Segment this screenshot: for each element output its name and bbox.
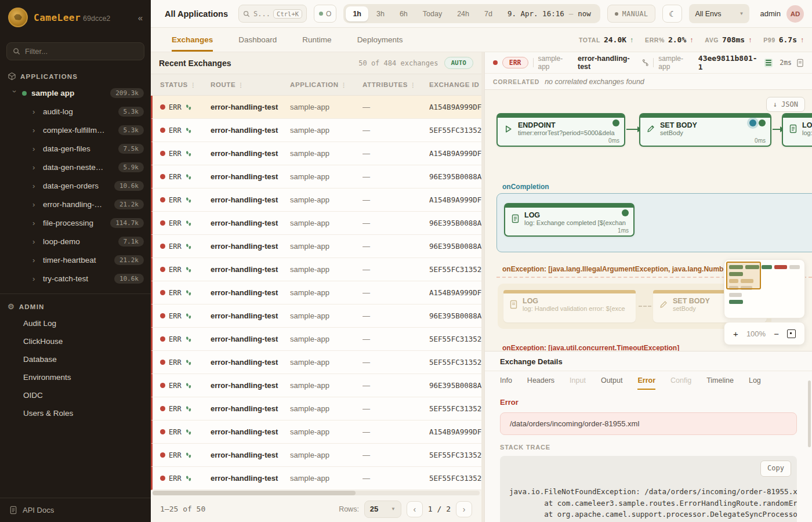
database-icon[interactable]: [764, 59, 773, 67]
time-range-pill[interactable]: 6h: [393, 6, 415, 21]
manual-refresh-button[interactable]: MANUAL: [607, 5, 656, 23]
vertical-scrollbar-thumb[interactable]: [808, 380, 811, 447]
detail-tab[interactable]: Output: [601, 376, 623, 390]
api-docs-link[interactable]: API Docs: [0, 498, 151, 522]
status-cell: ERR: [160, 219, 211, 227]
scrollbar-thumb[interactable]: [153, 491, 356, 495]
zoom-out-button[interactable]: −: [774, 329, 779, 338]
table-title: Recent Exchanges: [159, 59, 231, 68]
flow-node-exception-log[interactable]: LOG log: Handled validation error: ${exc…: [503, 290, 636, 322]
flow-minimap[interactable]: [724, 259, 805, 318]
sidebar-route-item[interactable]: › loop-demo 7.1k: [0, 232, 151, 251]
minimap-viewport[interactable]: [726, 262, 761, 289]
admin-item[interactable]: Users & Roles: [0, 404, 151, 422]
horizontal-scrollbar[interactable]: [151, 490, 481, 496]
sidebar-header: CameLeer69dcce2 «: [0, 0, 151, 34]
prev-page-button[interactable]: ‹: [407, 501, 423, 517]
route-cell: error-handling-test: [211, 427, 290, 436]
time-range-pill[interactable]: 3h: [369, 6, 392, 21]
avatar[interactable]: AD: [786, 5, 804, 23]
sidebar-route-item[interactable]: › data-gen-neste… 5.9k: [0, 158, 151, 176]
table-row[interactable]: ERR error-handling-test sample-app — 96E…: [151, 165, 481, 188]
table-row[interactable]: ERR error-handling-test sample-app — A15…: [151, 420, 481, 444]
admin-item[interactable]: OIDC: [0, 386, 151, 404]
table-row[interactable]: ERR error-handling-test sample-app — 96E…: [151, 374, 481, 397]
detail-header: ERR sample-app error-handling-test sampl…: [485, 52, 812, 73]
search-input[interactable]: S... Ctrl+K: [238, 5, 307, 23]
sidebar-route-item[interactable]: › complex-fulfillm… 5.3k: [0, 121, 151, 139]
detail-tab[interactable]: Headers: [527, 376, 554, 390]
time-range-pill[interactable]: Today: [416, 6, 449, 21]
time-range-pill[interactable]: 24h: [450, 6, 476, 21]
route-flow-canvas[interactable]: ↓ JSON ENDPOINT timer:errorTest?period=5…: [485, 89, 812, 351]
sidebar-route-item[interactable]: › data-gen-orders 10.6k: [0, 176, 151, 195]
date-range[interactable]: 9. Apr. 16:16 – now: [501, 9, 598, 18]
admin-item[interactable]: Audit Log: [0, 314, 151, 332]
table-row[interactable]: ERR error-handling-test sample-app — 96E…: [151, 235, 481, 258]
detail-tab[interactable]: Log: [749, 376, 761, 390]
status-cell: ERR: [160, 126, 211, 135]
live-status-button[interactable]: O: [314, 5, 336, 23]
node-subtitle: timer:errorTest?period=5000&dela: [518, 129, 615, 136]
table-row[interactable]: ERR error-handling-test sample-app — A15…: [151, 281, 481, 304]
table-row[interactable]: ERR error-handling-test sample-app — 5EF…: [151, 119, 481, 142]
column-application[interactable]: APPLICATION⋮: [290, 81, 362, 88]
table-row[interactable]: ERR error-handling-test sample-app — 5EF…: [151, 328, 481, 351]
document-icon[interactable]: [796, 59, 804, 67]
flow-node-oncompletion-log[interactable]: LOG log: Exchange completed [${exchan 1m…: [504, 203, 635, 237]
table-row[interactable]: ERR error-handling-test sample-app — 5EF…: [151, 467, 481, 490]
next-page-button[interactable]: ›: [456, 501, 472, 517]
column-status[interactable]: STATUS⋮: [160, 81, 211, 88]
table-row[interactable]: ERR error-handling-test sample-app — 5EF…: [151, 444, 481, 467]
sidebar-route-item[interactable]: › file-processing 114.7k: [0, 213, 151, 232]
table-row[interactable]: ERR error-handling-test sample-app — 96E…: [151, 212, 481, 235]
detail-tab[interactable]: Info: [500, 376, 512, 390]
table-row[interactable]: ERR error-handling-test sample-app — 5EF…: [151, 397, 481, 420]
sidebar-app-sample-app[interactable]: › sample app 209.3k: [0, 84, 151, 102]
dark-mode-toggle[interactable]: ☾: [662, 5, 682, 23]
application-cell: sample-app: [290, 172, 362, 181]
rows-per-page-select[interactable]: 25 ▼: [364, 501, 401, 518]
live-status-label: O: [326, 10, 331, 18]
admin-item[interactable]: Environments: [0, 368, 151, 386]
time-range-pill[interactable]: 7d: [477, 6, 499, 21]
main-tab[interactable]: Exchanges: [172, 28, 213, 52]
column-route[interactable]: ROUTE⋮: [211, 81, 290, 88]
admin-item[interactable]: ClickHouse: [0, 332, 151, 350]
zoom-in-button[interactable]: +: [733, 329, 738, 338]
time-range-pill[interactable]: 1h: [346, 6, 368, 21]
table-row[interactable]: ERR error-handling-test sample-app — A15…: [151, 96, 481, 119]
detail-tab[interactable]: Input: [570, 376, 586, 390]
column-attributes[interactable]: ATTRIBUTES⋮: [362, 81, 429, 88]
column-exchange-id[interactable]: EXCHANGE ID: [429, 81, 481, 88]
sidebar-collapse-icon[interactable]: «: [138, 13, 143, 23]
route-label: audit-log: [43, 107, 73, 116]
sidebar-route-item[interactable]: › data-gen-files 7.5k: [0, 139, 151, 158]
environment-select[interactable]: All Envs ▼: [689, 4, 749, 23]
admin-item[interactable]: Database: [0, 350, 151, 368]
table-row[interactable]: ERR error-handling-test sample-app — A15…: [151, 142, 481, 165]
main-tab[interactable]: Dashboard: [238, 28, 277, 52]
fit-view-button[interactable]: [787, 329, 796, 338]
auto-refresh-badge[interactable]: AUTO: [444, 57, 474, 69]
detail-route-name[interactable]: error-handling-test: [578, 55, 648, 71]
flow-node-setbody[interactable]: SET BODY setBody 0ms: [639, 113, 771, 147]
sidebar-route-item[interactable]: › timer-heartbeat 21.2k: [0, 251, 151, 269]
filter-input[interactable]: Filter...: [6, 42, 144, 60]
sidebar-route-item[interactable]: › audit-log 5.3k: [0, 102, 151, 121]
flow-node-log[interactable]: LOG log: Sta: [782, 113, 812, 147]
table-row[interactable]: ERR error-handling-test sample-app — A15…: [151, 188, 481, 212]
table-row[interactable]: ERR error-handling-test sample-app — 5EF…: [151, 258, 481, 281]
download-json-button[interactable]: ↓ JSON: [766, 97, 805, 112]
sidebar-route-item[interactable]: › error-handling-… 21.2k: [0, 195, 151, 213]
table-row[interactable]: ERR error-handling-test sample-app — 96E…: [151, 304, 481, 328]
main-tab[interactable]: Deployments: [357, 28, 403, 52]
detail-tab[interactable]: Error: [637, 376, 655, 390]
sidebar-route-item[interactable]: › try-catch-test 10.6k: [0, 269, 151, 288]
detail-tab[interactable]: Timeline: [706, 376, 734, 390]
detail-tab[interactable]: Config: [670, 376, 691, 390]
main-tab[interactable]: Runtime: [302, 28, 331, 52]
copy-button[interactable]: Copy: [760, 461, 791, 477]
table-row[interactable]: ERR error-handling-test sample-app — 5EF…: [151, 351, 481, 374]
flow-node-endpoint[interactable]: ENDPOINT timer:errorTest?period=5000&del…: [496, 113, 625, 147]
